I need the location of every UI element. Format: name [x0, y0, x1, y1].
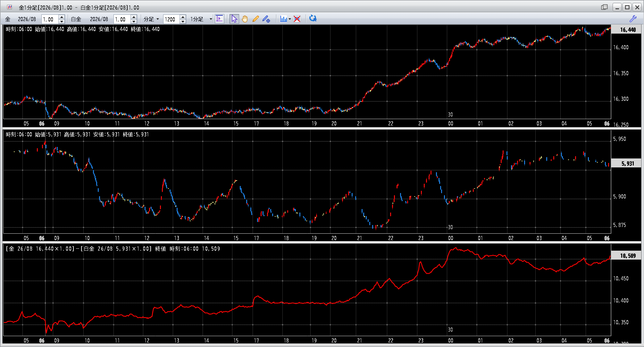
platinum-time-tick-12 — [144, 235, 149, 242]
settings-wrench[interactable] — [628, 14, 637, 23]
bar-style-tool[interactable] — [279, 15, 288, 23]
bars-up-button[interactable] — [180, 15, 186, 19]
platinum-info-line — [6, 131, 149, 138]
platinum-time-tick-20 — [331, 235, 337, 242]
bar-style-dropdown-arrow[interactable] — [289, 18, 291, 20]
gold-time-tick-09 — [54, 120, 59, 127]
maximize-button[interactable] — [623, 3, 631, 11]
rotate-reset-tool-icon — [308, 19, 318, 24]
pan-tool[interactable] — [240, 15, 249, 23]
timeframe-dropdown-arrow[interactable] — [210, 18, 212, 20]
gold-time-tick-00 — [448, 120, 453, 127]
minimize-button[interactable] — [613, 3, 622, 11]
bar-style-tool-icon — [279, 19, 288, 24]
spread-date-label — [448, 327, 453, 334]
gold-time-tick-15 — [233, 120, 238, 127]
gold-time-tick-21 — [357, 120, 362, 127]
gold-multiplier-spinner[interactable] — [41, 14, 65, 24]
pan-tool-icon — [240, 19, 249, 24]
platinum-time-tick-01 — [478, 235, 483, 242]
select-tool[interactable] — [230, 14, 239, 24]
bars-dropdown-arrow[interactable] — [156, 18, 159, 20]
toolbar-separator — [68, 14, 68, 23]
platinum-y-label-5950 — [613, 136, 626, 143]
platinum-time-tick-21 — [357, 235, 362, 242]
gold-time-tick-17 — [254, 120, 259, 127]
toolbar-separator — [276, 14, 277, 23]
platinum-label — [71, 16, 81, 22]
chart-cursor-tool[interactable] — [215, 14, 224, 24]
gold-time-tick-23 — [418, 120, 423, 127]
gold-time-tick-20 — [331, 120, 337, 127]
platinum-time-tick-14 — [204, 235, 209, 242]
gold-time-tick-10 — [85, 120, 90, 127]
platinum-date-label — [448, 224, 453, 231]
gold-time-tick-06 — [39, 120, 44, 127]
pencil-tool[interactable] — [251, 15, 260, 23]
gold-current-price-box — [611, 25, 641, 34]
spin-buttons — [130, 15, 137, 24]
platinum-current-price — [622, 160, 644, 167]
gold-time-tick-01 — [478, 120, 483, 127]
gold-time-tick-03 — [537, 120, 542, 127]
marker-tool[interactable] — [261, 14, 271, 23]
platinum-time-tick-22 — [388, 235, 393, 242]
bars-down-button[interactable] — [180, 19, 186, 24]
window-title — [19, 4, 139, 10]
platinum-time-tick-23 — [418, 235, 423, 242]
chart-canvas[interactable] — [3, 25, 641, 344]
gold-month — [18, 16, 36, 22]
platinum-multiplier-value — [115, 16, 125, 23]
platinum-time-tick-06 — [39, 235, 44, 242]
platinum-time-tick-04 — [562, 235, 567, 242]
panel-splitter[interactable] — [3, 127, 641, 130]
plat-mult-down-button[interactable] — [130, 19, 137, 24]
platinum-y-label-5900 — [613, 193, 626, 200]
spin-buttons — [58, 15, 65, 24]
platinum-multiplier-spinner[interactable] — [113, 14, 137, 24]
spread-y-label-10450 — [613, 275, 629, 282]
spread-y-label-10400 — [613, 297, 629, 304]
gold-time-tick-02 — [508, 120, 514, 127]
panel-splitter[interactable] — [3, 241, 641, 244]
gold-multiplier-value — [43, 16, 53, 23]
timeframe-label — [190, 16, 203, 22]
gold-time-tick-22 — [388, 120, 393, 127]
gold-time-tick-04 — [562, 120, 567, 127]
close-button[interactable] — [632, 3, 641, 11]
pencil-tool-icon — [251, 19, 260, 24]
platinum-time-tick-05 — [24, 235, 29, 242]
cascade-windows-icon[interactable] — [601, 4, 608, 10]
platinum-time-tick-05 — [587, 235, 592, 242]
platinum-time-tick-00 — [448, 235, 453, 242]
spread-y-label-10350 — [613, 319, 629, 326]
spread-current-price-box — [611, 251, 641, 260]
platinum-current-price-box — [611, 158, 641, 167]
rotate-reset-tool[interactable] — [308, 14, 318, 23]
gold-mult-down-button[interactable] — [58, 19, 65, 24]
spin-buttons — [180, 15, 186, 24]
chart-client-area — [3, 25, 641, 344]
clear-candles-tool-icon — [293, 19, 301, 24]
platinum-time-tick-19 — [312, 235, 317, 242]
settings-wrench-icon — [628, 18, 637, 24]
toolbar-separator — [305, 14, 306, 23]
gold-y-label-16300 — [613, 96, 629, 103]
select-tool-icon — [230, 19, 238, 24]
toolbar — [1, 12, 643, 24]
gold-time-tick-19 — [312, 120, 317, 127]
gold-date-label — [448, 111, 453, 118]
clear-candles-tool[interactable] — [293, 15, 301, 23]
platinum-time-tick-02 — [508, 235, 514, 242]
gold-time-tick-06 — [604, 120, 609, 127]
toolbar-separator — [227, 14, 228, 23]
platinum-time-tick-06 — [604, 235, 609, 242]
platinum-time-tick-15 — [233, 235, 238, 242]
chart-cursor-tool-icon — [215, 18, 223, 24]
plat-mult-up-button[interactable] — [130, 15, 137, 19]
gold-time-tick-13 — [174, 120, 179, 127]
platinum-time-tick-13 — [174, 235, 179, 242]
titlebar[interactable] — [1, 1, 643, 12]
gold-mult-up-button[interactable] — [58, 15, 65, 19]
bars-count-spinner[interactable] — [163, 14, 186, 24]
